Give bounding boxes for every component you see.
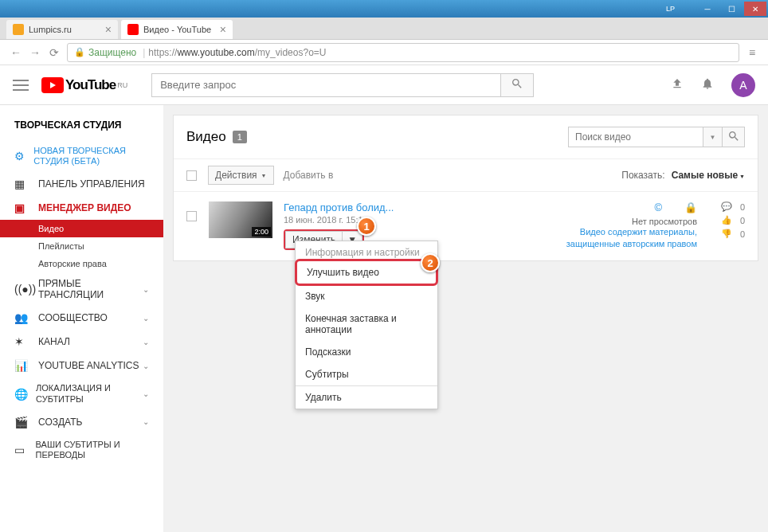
add-to-link[interactable]: Добавить в [284, 170, 334, 181]
reload-button[interactable]: ⟳ [45, 43, 64, 62]
url-path: /my_videos?o=U [255, 47, 327, 58]
close-button[interactable]: ✕ [744, 2, 766, 16]
window-label: LP [663, 4, 678, 14]
edit-dropdown-menu: Информация и настройки Улучшить видео Зв… [295, 241, 438, 409]
card-header: Видео 1 ▼ [174, 115, 758, 159]
copyright-icon[interactable]: © [654, 201, 662, 213]
favicon-icon [127, 24, 139, 35]
minimize-button[interactable]: ─ [696, 2, 719, 16]
play-icon [41, 77, 64, 93]
tab-youtube[interactable]: Видео - YouTube × [121, 20, 233, 39]
video-search-button[interactable] [723, 127, 745, 147]
hamburger-icon[interactable] [13, 80, 29, 91]
tab-lumpics[interactable]: Lumpics.ru × [6, 20, 118, 39]
forward-button[interactable]: → [25, 43, 45, 62]
sidebar-item-live[interactable]: ((●)) ПРЯМЫЕ ТРАНСЛЯЦИИ ⌄ [0, 272, 163, 306]
dd-item-endscreen[interactable]: Конечная заставка и аннотации [296, 307, 437, 341]
url-domain: www.youtube.com [177, 47, 254, 58]
create-icon: 🎬 [14, 416, 30, 428]
url-field[interactable]: 🔒 Защищено | https:// www.youtube.com /m… [67, 43, 739, 62]
content-area: Видео 1 ▼ Действия Добавить в Показать: … [163, 105, 768, 532]
dislike-count: 0 [740, 229, 745, 239]
video-card: Видео 1 ▼ Действия Добавить в Показать: … [173, 115, 758, 261]
comment-count: 0 [740, 202, 745, 212]
sidebar-label: ПРЯМЫЕ ТРАНСЛЯЦИИ [38, 278, 143, 300]
search-icon [511, 77, 523, 90]
menu-button[interactable]: ≡ [743, 43, 762, 62]
favicon-icon [13, 24, 24, 35]
chevron-down-icon: ⌄ [143, 314, 149, 323]
sidebar-sub-playlists[interactable]: Плейлисты [0, 237, 163, 255]
row-checkbox[interactable] [186, 211, 197, 221]
video-search-input[interactable] [568, 127, 703, 147]
privacy-icon[interactable]: 🔒 [684, 201, 697, 213]
lock-icon: 🔒 [74, 47, 85, 57]
dd-item-delete[interactable]: Удалить [296, 386, 437, 409]
browser-tabs: Lumpics.ru × Видео - YouTube × [0, 18, 768, 40]
sidebar-sub-videos[interactable]: Видео [0, 220, 163, 237]
youtube-header: YouTube RU A [0, 65, 768, 105]
callout-marker-2: 2 [421, 253, 440, 272]
search-input[interactable] [151, 73, 500, 97]
gear-icon: ⚙ [14, 150, 25, 162]
cc-icon: ▭ [14, 444, 28, 456]
sidebar-item-dashboard[interactable]: ▦ ПАНЕЛЬ УПРАВЛЕНИЯ [0, 172, 163, 196]
comment-icon: 💬 [721, 201, 732, 212]
sidebar-sub-copyright[interactable]: Авторские права [0, 255, 163, 272]
like-count: 0 [740, 216, 745, 225]
dd-item-audio[interactable]: Звук [296, 285, 437, 307]
page-title: Видео [186, 129, 226, 145]
actions-button[interactable]: Действия [208, 166, 274, 185]
channel-icon: ✶ [14, 335, 30, 348]
sidebar-item-channel[interactable]: ✶ КАНАЛ ⌄ [0, 330, 163, 354]
sidebar-label: ЛОКАЛИЗАЦИЯ И СУБТИТРЫ [36, 383, 143, 404]
chevron-down-icon: ⌄ [143, 285, 149, 294]
chevron-down-icon: ⌄ [143, 338, 149, 346]
sidebar-item-video-manager[interactable]: ▣ МЕНЕДЖЕР ВИДЕО [0, 196, 163, 220]
video-search: ▼ [568, 127, 745, 147]
count-badge: 1 [233, 131, 247, 143]
sidebar-item-your-subs[interactable]: ▭ ВАШИ СУБТИТРЫ И ПЕРЕВОДЫ [0, 434, 163, 466]
video-row: 2:00 Гепард против болид... 18 июн. 2018… [174, 192, 758, 260]
youtube-logo[interactable]: YouTube RU [41, 77, 127, 93]
callout-marker-1: 1 [357, 217, 376, 236]
chevron-down-icon: ⌄ [143, 389, 149, 398]
sidebar-item-community[interactable]: 👥 СООБЩЕСТВО ⌄ [0, 306, 163, 330]
sort-dropdown[interactable]: Самые новые [672, 170, 745, 181]
dd-item-enhance[interactable]: Улучшить видео [295, 259, 438, 286]
select-all-checkbox[interactable] [186, 170, 197, 181]
maximize-button[interactable]: ☐ [720, 2, 743, 16]
video-thumbnail[interactable]: 2:00 [209, 201, 272, 238]
broadcast-icon: ((●)) [14, 283, 30, 295]
search-button[interactable] [500, 73, 534, 97]
sidebar-label: КАНАЛ [38, 336, 70, 347]
sidebar-item-analytics[interactable]: 📊 YOUTUBE ANALYTICS ⌄ [0, 354, 163, 377]
search-dropdown-button[interactable]: ▼ [703, 127, 723, 147]
sidebar-item-new-studio[interactable]: ⚙ НОВАЯ ТВОРЧЕСКАЯ СТУДИЯ (БЕТА) [0, 140, 163, 172]
tab-close-icon[interactable]: × [220, 23, 226, 36]
sidebar-label: МЕНЕДЖЕР ВИДЕО [38, 202, 131, 213]
show-label: Показать: [621, 170, 664, 181]
video-title[interactable]: Гепард против болид... [284, 201, 554, 213]
sidebar-label: СОЗДАТЬ [38, 417, 82, 428]
sidebar-label: СООБЩЕСТВО [38, 312, 108, 323]
upload-icon[interactable] [671, 77, 684, 93]
toolbar: Действия Добавить в Показать: Самые новы… [174, 159, 758, 192]
avatar[interactable]: A [731, 73, 755, 97]
tab-close-icon[interactable]: × [105, 23, 112, 36]
notifications-icon[interactable] [701, 77, 714, 93]
dd-item-cards[interactable]: Подсказки [296, 341, 437, 363]
views-label: Нет просмотров [554, 217, 697, 226]
dd-item-subtitles[interactable]: Субтитры [296, 363, 437, 385]
sidebar-label: YOUTUBE ANALYTICS [38, 360, 139, 371]
chevron-down-icon: ⌄ [143, 362, 149, 370]
sidebar-item-localization[interactable]: 🌐 ЛОКАЛИЗАЦИЯ И СУБТИТРЫ ⌄ [0, 377, 163, 409]
tab-title: Lumpics.ru [29, 25, 72, 34]
sidebar-item-create[interactable]: 🎬 СОЗДАТЬ ⌄ [0, 410, 163, 434]
copyright-warning[interactable]: Видео содержит материалы, защищенные авт… [554, 226, 697, 251]
video-icon: ▣ [14, 201, 30, 214]
dd-item-info[interactable]: Информация и настройки [296, 241, 437, 260]
search-bar [151, 73, 534, 97]
sidebar-label: НОВАЯ ТВОРЧЕСКАЯ СТУДИЯ (БЕТА) [33, 146, 149, 166]
back-button[interactable]: ← [6, 43, 25, 62]
